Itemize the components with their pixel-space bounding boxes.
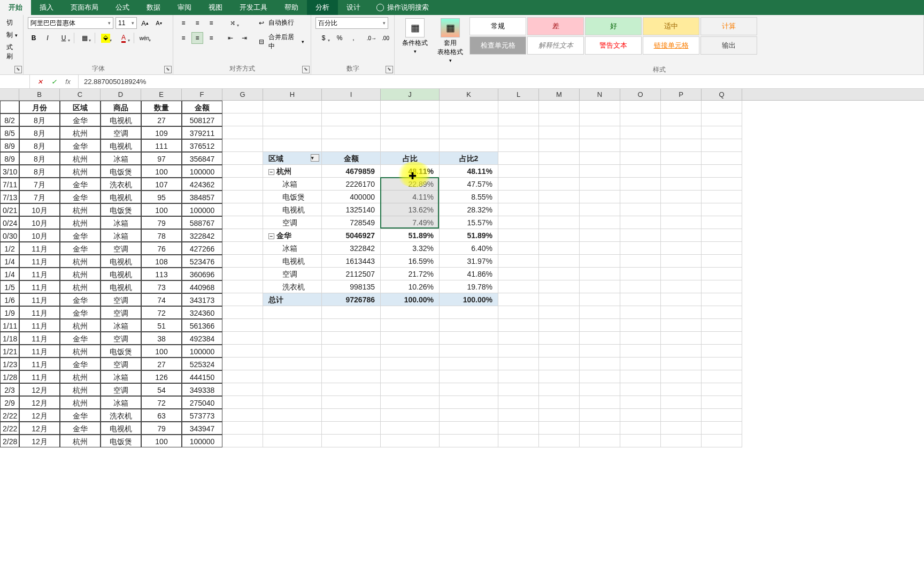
cell[interactable] (222, 435, 263, 447)
col-header-C[interactable]: C (60, 89, 101, 100)
cell[interactable] (322, 409, 381, 422)
cell[interactable] (498, 216, 539, 229)
orientation-button[interactable]: ⤭ (225, 17, 241, 29)
data-month[interactable]: 12月 (19, 409, 60, 422)
cell[interactable] (440, 383, 498, 396)
cell[interactable] (661, 370, 702, 383)
cell[interactable] (263, 126, 322, 139)
cell[interactable] (580, 422, 620, 435)
cell[interactable] (263, 139, 322, 152)
cell[interactable] (580, 152, 620, 165)
cell[interactable] (440, 319, 498, 332)
data-qty[interactable]: 108 (141, 255, 182, 268)
pivot-total-amount[interactable]: 9726786 (322, 293, 381, 306)
cell[interactable] (620, 255, 661, 268)
cell[interactable] (620, 306, 661, 319)
cell[interactable] (661, 293, 702, 306)
data-date[interactable]: 2/28 (0, 435, 19, 447)
cell[interactable] (580, 409, 620, 422)
data-region[interactable]: 杭州 (60, 396, 101, 409)
cell[interactable] (498, 422, 539, 435)
pivot-pct[interactable]: 7.49% (381, 216, 440, 229)
pivot-pct2[interactable]: 31.97% (440, 255, 498, 268)
pivot-amount[interactable]: 1613443 (322, 255, 381, 268)
data-qty[interactable]: 111 (141, 139, 182, 152)
cell[interactable] (222, 165, 263, 178)
pivot-amount[interactable]: 728549 (322, 216, 381, 229)
cell[interactable] (702, 422, 742, 435)
decrease-indent-button[interactable]: ⇤ (225, 32, 236, 44)
pivot-pct[interactable]: 51.89% (381, 229, 440, 242)
merge-center-button[interactable]: ⊟合并后居中▾ (257, 32, 306, 52)
cell[interactable] (661, 216, 702, 229)
data-product[interactable]: 空调 (101, 383, 141, 396)
cell[interactable] (498, 383, 539, 396)
pivot-amount[interactable]: 400000 (322, 191, 381, 203)
cell[interactable] (498, 139, 539, 152)
data-qty[interactable]: 100 (141, 165, 182, 178)
cell[interactable] (322, 358, 381, 370)
data-date[interactable]: 1/2 (0, 242, 19, 255)
cell[interactable] (381, 370, 440, 383)
data-product[interactable]: 冰箱 (101, 152, 141, 165)
data-month[interactable]: 7月 (19, 178, 60, 191)
data-region[interactable]: 金华 (60, 229, 101, 242)
copy-button[interactable]: 制▾ (4, 29, 20, 41)
formula-input[interactable]: 22.887005018924% (79, 75, 924, 88)
cell[interactable] (539, 319, 580, 332)
cell[interactable] (222, 191, 263, 203)
cell[interactable] (702, 242, 742, 255)
data-date[interactable]: 2/3 (0, 383, 19, 396)
cell[interactable] (222, 203, 263, 216)
cell[interactable] (620, 280, 661, 293)
cell[interactable] (381, 126, 440, 139)
col-header-B[interactable]: B (19, 89, 60, 100)
pivot-pct2[interactable]: 47.57% (440, 178, 498, 191)
cell[interactable] (661, 396, 702, 409)
data-region[interactable]: 杭州 (60, 152, 101, 165)
cell[interactable] (539, 126, 580, 139)
data-product[interactable]: 电饭煲 (101, 435, 141, 447)
worksheet[interactable]: BCDEFGHIJKLMNOPQ 月份区域商品数量金额8/28月金华电视机275… (0, 89, 924, 447)
data-amount[interactable]: 525324 (182, 358, 222, 370)
data-region[interactable]: 杭州 (60, 268, 101, 280)
cell[interactable] (381, 306, 440, 319)
conditional-format-button[interactable]: ▦ 条件格式▾ (399, 17, 431, 55)
col-header-K[interactable]: K (440, 89, 498, 100)
cell[interactable] (222, 178, 263, 191)
style-适中[interactable]: 适中 (643, 17, 699, 35)
col-header-H[interactable]: H (263, 89, 322, 100)
cell[interactable] (498, 435, 539, 447)
cell[interactable] (661, 358, 702, 370)
pivot-pct2[interactable]: 15.57% (440, 216, 498, 229)
cell[interactable] (620, 191, 661, 203)
font-color-button[interactable]: A (116, 32, 132, 44)
cell[interactable] (620, 126, 661, 139)
cell[interactable] (539, 293, 580, 306)
cell[interactable] (661, 383, 702, 396)
pivot-pct[interactable]: 4.11% (381, 191, 440, 203)
cell[interactable] (661, 409, 702, 422)
cell[interactable] (222, 306, 263, 319)
pivot-total-pct2[interactable]: 100.00% (440, 293, 498, 306)
cell[interactable] (702, 370, 742, 383)
cell[interactable] (539, 255, 580, 268)
cell[interactable] (702, 358, 742, 370)
data-product[interactable]: 电饭煲 (101, 203, 141, 216)
cell[interactable] (222, 255, 263, 268)
cell[interactable] (539, 280, 580, 293)
cell[interactable] (702, 191, 742, 203)
cell[interactable] (381, 319, 440, 332)
pivot-pct2[interactable]: 8.55% (440, 191, 498, 203)
data-product[interactable]: 空调 (101, 306, 141, 319)
cell[interactable] (440, 306, 498, 319)
data-date[interactable]: 8/5 (0, 126, 19, 139)
cell[interactable] (539, 306, 580, 319)
cell[interactable] (620, 370, 661, 383)
data-region[interactable]: 杭州 (60, 255, 101, 268)
cell[interactable] (580, 358, 620, 370)
cell[interactable] (580, 191, 620, 203)
data-qty[interactable]: 73 (141, 280, 182, 293)
cell[interactable] (222, 242, 263, 255)
cell[interactable] (222, 319, 263, 332)
